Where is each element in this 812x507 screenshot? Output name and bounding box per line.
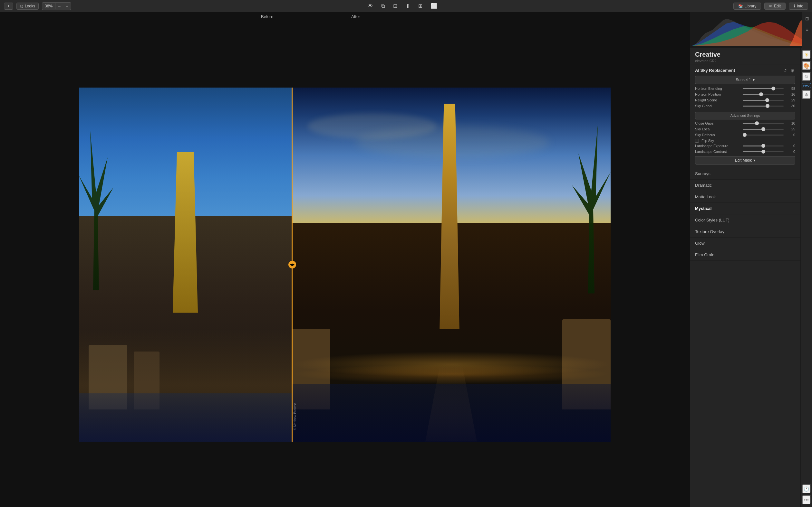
- horizon-blending-slider[interactable]: [743, 88, 783, 89]
- edit-mask-button[interactable]: Edit Mask ▾: [695, 156, 795, 165]
- relight-scene-slider[interactable]: [743, 100, 783, 101]
- looks-button[interactable]: ◎ Looks: [16, 3, 39, 10]
- category-film-grain[interactable]: Film Grain: [690, 249, 800, 261]
- preview-icon[interactable]: 👁: [365, 2, 375, 10]
- flip-sky-checkbox[interactable]: [695, 139, 699, 143]
- palette-tool-icon[interactable]: 🎨: [802, 61, 811, 70]
- panel-subtitle: elevated.CR2: [695, 59, 795, 63]
- landscape-contrast-row: Landscape Contrast 0: [695, 150, 795, 154]
- panel-scroll: Creative elevated.CR2 AI Sky Replacement…: [690, 48, 800, 507]
- more-icon[interactable]: •••: [802, 495, 811, 504]
- horizon-position-row: Horizon Position -16: [695, 93, 795, 96]
- zoom-plus-button[interactable]: +: [63, 3, 71, 10]
- landscape-exposure-slider[interactable]: [743, 146, 783, 147]
- library-button[interactable]: 📚 Library: [733, 3, 761, 10]
- layers-panel-icon[interactable]: ⊞: [804, 15, 810, 22]
- top-bar: + ◎ Looks 38% − + 👁 ⧉ ⊡ ⬆ ⊞ ⬜ 📚 Library …: [0, 0, 812, 12]
- landscape-contrast-value: 0: [786, 150, 795, 154]
- sky-local-slider[interactable]: [743, 129, 783, 130]
- sky-global-slider[interactable]: [743, 106, 783, 107]
- category-mystical[interactable]: Mystical: [690, 203, 800, 214]
- horizon-blending-value: 98: [786, 87, 795, 91]
- export-icon[interactable]: ⬆: [403, 2, 412, 10]
- category-glow[interactable]: Glow: [690, 237, 800, 249]
- library-icon: 📚: [738, 4, 743, 8]
- horizon-blending-label: Horizon Blending: [695, 87, 740, 91]
- horizon-position-label: Horizon Position: [695, 93, 740, 96]
- face-tool-icon[interactable]: ☺: [802, 72, 811, 81]
- dropdown-arrow-icon: ▾: [753, 77, 755, 82]
- ai-sky-controls: ↺ ◉: [782, 68, 795, 73]
- sky-local-value: 25: [786, 127, 795, 131]
- horizon-blending-row: Horizon Blending 98: [695, 87, 795, 91]
- sky-defocus-value: 0: [786, 133, 795, 137]
- sky-global-label: Sky Global: [695, 104, 740, 108]
- relight-scene-row: Relight Scene 29: [695, 98, 795, 102]
- edit-button[interactable]: ✏ Edit: [764, 3, 785, 10]
- category-list: Sunrays Dramatic Matte Look Mystical Col…: [690, 168, 800, 261]
- close-gaps-row: Close Gaps 10: [695, 121, 795, 125]
- ai-sky-toggle-button[interactable]: ◉: [790, 68, 795, 73]
- image-area: Before After: [0, 12, 690, 507]
- histogram-chart: [692, 17, 810, 46]
- ai-sky-title: AI Sky Replacement: [695, 68, 735, 73]
- category-sunrays[interactable]: Sunrays: [690, 168, 800, 180]
- category-dramatic[interactable]: Dramatic: [690, 180, 800, 191]
- sliders-panel-icon[interactable]: ≡: [804, 26, 809, 34]
- zoom-control: 38% − +: [42, 2, 71, 10]
- sky-preset-dropdown[interactable]: Sunset 1 ▾: [695, 76, 795, 84]
- histogram-area: ⊞ ≡: [690, 12, 812, 48]
- landscape-exposure-row: Landscape Exposure 0: [695, 144, 795, 148]
- sky-local-label: Sky Local: [695, 127, 740, 131]
- category-color-styles[interactable]: Color Styles (LUT): [690, 214, 800, 226]
- photo-wrapper: © Matthew Browne ◀▶: [79, 88, 611, 442]
- relight-scene-label: Relight Scene: [695, 98, 740, 102]
- fullscreen-icon[interactable]: ⬜: [428, 2, 440, 10]
- pro-badge[interactable]: PRO: [802, 83, 811, 88]
- sky-defocus-slider[interactable]: [743, 134, 783, 135]
- edit-icon: ✏: [769, 4, 772, 8]
- ai-sky-section: AI Sky Replacement ↺ ◉ Sunset 1 ▾ Horizo…: [690, 64, 800, 168]
- relight-scene-value: 29: [786, 98, 795, 102]
- flip-sky-row: Flip Sky: [695, 139, 795, 143]
- photo-after: © Matthew Browne: [292, 88, 611, 442]
- panel-header: Creative elevated.CR2: [690, 48, 800, 64]
- ai-sky-reset-button[interactable]: ↺: [782, 68, 788, 73]
- zoom-minus-button[interactable]: −: [55, 3, 63, 10]
- sky-local-row: Sky Local 25: [695, 127, 795, 131]
- sun-tool-icon[interactable]: ☀: [802, 50, 811, 59]
- category-texture-overlay[interactable]: Texture Overlay: [690, 226, 800, 237]
- grid-icon[interactable]: ⊞: [416, 2, 425, 10]
- main-content: Before After: [0, 12, 812, 507]
- sky-global-row: Sky Global 30: [695, 104, 795, 108]
- info-button[interactable]: ℹ Info: [789, 3, 808, 10]
- horizon-position-value: -16: [786, 93, 795, 96]
- compare-icon[interactable]: ⧉: [378, 2, 387, 10]
- side-panel: ⊞ ≡ Creative elevated.CR2 AI Sky Replace…: [690, 12, 812, 507]
- add-button[interactable]: +: [4, 3, 13, 10]
- advanced-settings-button[interactable]: Advanced Settings: [695, 112, 795, 119]
- flip-sky-label: Flip Sky: [702, 139, 714, 143]
- tool-strip: ☀ 🎨 ☺ PRO ⊕ 🕐 •••: [800, 48, 812, 507]
- panel-title: Creative: [695, 51, 795, 58]
- ai-sky-header: AI Sky Replacement ↺ ◉: [695, 68, 795, 73]
- close-gaps-value: 10: [786, 121, 795, 125]
- info-icon: ℹ: [794, 4, 795, 8]
- landscape-contrast-slider[interactable]: [743, 151, 783, 152]
- mask-dropdown-icon: ▾: [753, 158, 755, 163]
- crop-icon[interactable]: ⊡: [391, 2, 400, 10]
- landscape-exposure-value: 0: [786, 144, 795, 148]
- watermark: © Matthew Browne: [293, 403, 297, 430]
- bag-tool-icon[interactable]: ⊕: [802, 90, 811, 99]
- close-gaps-slider[interactable]: [743, 123, 783, 124]
- sky-defocus-label: Sky Defocus: [695, 133, 740, 137]
- close-gaps-label: Close Gaps: [695, 121, 740, 125]
- sky-global-value: 30: [786, 104, 795, 108]
- split-handle[interactable]: ◀▶: [288, 261, 296, 269]
- horizon-position-slider[interactable]: [743, 94, 783, 95]
- category-matte-look[interactable]: Matte Look: [690, 191, 800, 203]
- landscape-exposure-label: Landscape Exposure: [695, 144, 740, 148]
- split-divider[interactable]: ◀▶: [292, 88, 293, 442]
- history-icon[interactable]: 🕐: [802, 485, 811, 494]
- sky-defocus-row: Sky Defocus 0: [695, 133, 795, 137]
